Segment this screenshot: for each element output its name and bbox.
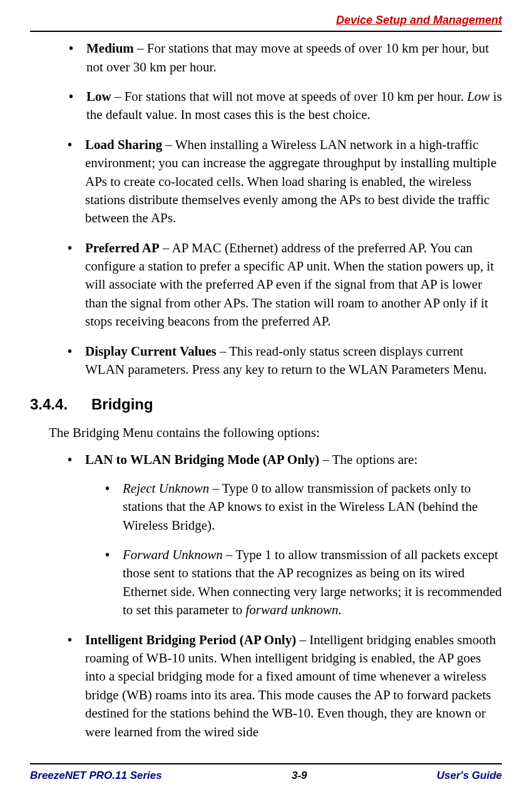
list-item-lan-wlan: LAN to WLAN Bridging Mode (AP Only) – Th… (68, 451, 502, 619)
lan-wlan-text: – The options are: (319, 452, 417, 467)
bridging-list: LAN to WLAN Bridging Mode (AP Only) – Th… (49, 451, 502, 741)
medium-label: Medium (86, 41, 134, 56)
page-footer: BreezeNET PRO.11 Series 3-9 User's Guide (30, 763, 502, 783)
section-number: 3.4.4. (30, 394, 91, 415)
intelligent-bridging-label: Intelligent Bridging Period (AP Only) (85, 632, 296, 647)
reject-label: Reject Unknown (123, 481, 209, 496)
lan-wlan-options: Reject Unknown – Type 0 to allow transmi… (85, 480, 502, 620)
list-item-intelligent-bridging: Intelligent Bridging Period (AP Only) – … (68, 631, 502, 741)
forward-label: Forward Unknown (123, 547, 223, 562)
list-item-medium: Medium – For stations that may move at s… (69, 39, 502, 76)
list-item-reject: Reject Unknown – Type 0 to allow transmi… (105, 480, 502, 535)
list-item-load-sharing: Load Sharing – When installing a Wireles… (68, 136, 502, 228)
footer-right: User's Guide (437, 768, 502, 783)
speed-list: Medium – For stations that may move at s… (49, 39, 502, 125)
display-current-label: Display Current Values (85, 344, 217, 359)
forward-italic: forward unknown (246, 602, 339, 617)
low-italic: Low (467, 89, 489, 104)
preferred-ap-label: Preferred AP (85, 240, 160, 255)
footer-page-number: 3-9 (292, 768, 307, 783)
list-item-forward: Forward Unknown – Type 1 to allow transm… (105, 546, 502, 620)
medium-text: – For stations that may move at speeds o… (86, 41, 489, 74)
main-list: Load Sharing – When installing a Wireles… (49, 136, 502, 379)
low-text-before: – For stations that will not move at spe… (111, 89, 468, 104)
load-sharing-label: Load Sharing (85, 137, 162, 152)
section-heading: 3.4.4. Bridging (30, 394, 502, 415)
list-item-low: Low – For stations that will not move at… (69, 88, 502, 125)
section-title: Bridging (91, 394, 153, 415)
low-label: Low (86, 89, 111, 104)
list-item-preferred-ap: Preferred AP – AP MAC (Ethernet) address… (68, 239, 502, 331)
footer-left: BreezeNET PRO.11 Series (30, 768, 162, 783)
section-intro: The Bridging Menu contains the following… (30, 424, 502, 442)
intelligent-bridging-text: – Intelligent bridging enables smooth ro… (85, 632, 496, 739)
list-item-display-current: Display Current Values – This read-only … (68, 342, 502, 379)
lan-wlan-label: LAN to WLAN Bridging Mode (AP Only) (85, 452, 319, 467)
forward-text-after: . (339, 602, 342, 617)
page-header: Device Setup and Management (30, 13, 502, 32)
